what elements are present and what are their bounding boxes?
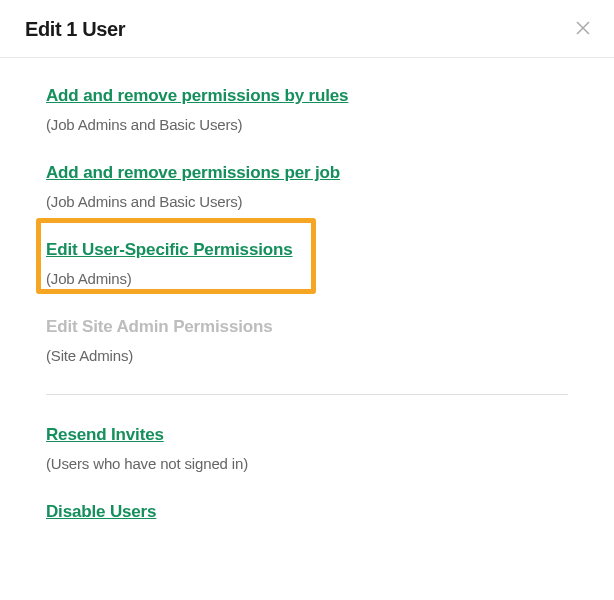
sub-user-specific-permissions: (Job Admins) <box>46 270 568 287</box>
section-divider <box>46 394 568 395</box>
option-permissions-per-job: Add and remove permissions per job (Job … <box>46 163 568 210</box>
option-site-admin-permissions: Edit Site Admin Permissions (Site Admins… <box>46 317 568 364</box>
link-resend-invites[interactable]: Resend Invites <box>46 425 164 445</box>
modal-content: Add and remove permissions by rules (Job… <box>0 58 614 522</box>
close-button[interactable] <box>574 21 592 39</box>
link-permissions-per-job[interactable]: Add and remove permissions per job <box>46 163 340 183</box>
option-user-specific-permissions: Edit User-Specific Permissions (Job Admi… <box>46 240 568 287</box>
link-permissions-by-rules[interactable]: Add and remove permissions by rules <box>46 86 348 106</box>
sub-permissions-by-rules: (Job Admins and Basic Users) <box>46 116 568 133</box>
link-user-specific-permissions[interactable]: Edit User-Specific Permissions <box>46 240 293 260</box>
modal-header: Edit 1 User <box>0 0 614 58</box>
option-disable-users: Disable Users <box>46 502 568 522</box>
option-permissions-by-rules: Add and remove permissions by rules (Job… <box>46 86 568 133</box>
link-disable-users[interactable]: Disable Users <box>46 502 156 522</box>
sub-site-admin-permissions: (Site Admins) <box>46 347 568 364</box>
sub-permissions-per-job: (Job Admins and Basic Users) <box>46 193 568 210</box>
option-resend-invites: Resend Invites (Users who have not signe… <box>46 425 568 472</box>
modal-title: Edit 1 User <box>25 18 125 41</box>
sub-resend-invites: (Users who have not signed in) <box>46 455 568 472</box>
link-site-admin-permissions: Edit Site Admin Permissions <box>46 317 273 337</box>
close-icon <box>576 21 590 39</box>
